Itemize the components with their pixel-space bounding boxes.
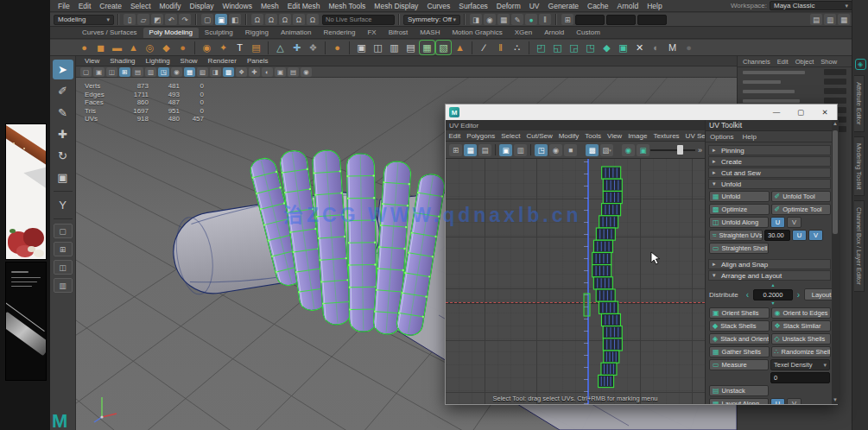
uv-menu-textures[interactable]: Textures <box>650 132 682 140</box>
multi-cut-icon[interactable]: ‖ <box>493 41 508 54</box>
scroll-down-icon[interactable]: ▼ <box>832 396 839 404</box>
channel-box-row[interactable] <box>738 86 852 96</box>
select-component-icon[interactable]: ◧ <box>229 14 241 25</box>
mirror-icon[interactable]: ✕ <box>632 41 647 54</box>
shelf-tab-xgen[interactable]: XGen <box>509 28 538 38</box>
paint-select-tool[interactable]: ✎ <box>53 103 73 123</box>
texel-density-value-field[interactable]: 0 <box>770 372 830 383</box>
shelf-tab-mash[interactable]: MASH <box>414 28 446 38</box>
vp-plane-icon[interactable]: ▣ <box>275 67 286 77</box>
render-frame-icon[interactable]: ◨ <box>470 14 482 25</box>
snap-together-tool[interactable]: Y <box>53 195 73 215</box>
extrude-face-icon[interactable]: ◲ <box>567 41 581 54</box>
poke-face-icon[interactable]: ▣ <box>616 41 630 54</box>
divider[interactable] <box>398 14 400 25</box>
select-tool[interactable]: ➤ <box>53 60 73 79</box>
vp-grid-icon[interactable]: ◫ <box>106 67 117 77</box>
vp-camera-icon[interactable]: ⊞ <box>119 67 130 77</box>
uv-window-titlebar[interactable]: M — ▢ ✕ <box>446 104 837 120</box>
snap-to-surface-icon[interactable]: Ω <box>307 14 319 25</box>
vp-hud-icon[interactable]: ▤ <box>288 67 299 77</box>
quad-draw-icon[interactable]: ∕ <box>477 41 491 54</box>
undo-icon[interactable]: ↶ <box>165 14 177 25</box>
uv-menu-image[interactable]: Image <box>625 132 650 140</box>
divider[interactable] <box>464 14 466 25</box>
live-surface-field[interactable]: No Live Surface <box>322 15 395 25</box>
menu-create[interactable]: Create <box>95 0 126 12</box>
toolkit-button-layout-along[interactable]: ▦Layout Along <box>709 398 769 404</box>
menu-set-dropdown[interactable]: Modeling ▾ <box>54 15 114 25</box>
uv-menu-cut-sew[interactable]: Cut/Sew <box>523 132 555 140</box>
shelf-tab-bifrost[interactable]: Bifrost <box>383 28 415 38</box>
menu-display[interactable]: Display <box>186 0 219 12</box>
vp-isolate-icon[interactable]: ◨ <box>210 67 221 77</box>
menu-mesh-tools[interactable]: Mesh Tools <box>325 0 371 12</box>
snap-to-plane-icon[interactable]: Ω <box>293 14 305 25</box>
spin-up-icon[interactable]: ▴ <box>771 283 774 288</box>
new-scene-icon[interactable]: ▯ <box>124 14 136 25</box>
vp-exposure-icon[interactable]: ◉ <box>301 67 312 77</box>
open-scene-icon[interactable]: ▱ <box>137 14 149 25</box>
divider[interactable] <box>195 14 197 25</box>
layout-two-pane[interactable]: ◫ <box>54 260 73 275</box>
redo-icon[interactable]: ↷ <box>179 14 191 25</box>
symmetry-dropdown[interactable]: Symmetry: Off ▾ <box>403 15 460 25</box>
vp-shadow-icon[interactable]: ▥ <box>145 67 156 77</box>
modeling-toolkit-icon[interactable]: ◈ <box>855 59 866 70</box>
distance-tool-icon[interactable]: ❖ <box>306 41 320 54</box>
coord-x-input[interactable] <box>575 15 605 25</box>
menu-curves[interactable]: Curves <box>422 0 454 12</box>
toolkit-button-gather-shells[interactable]: ▦Gather Shells <box>709 346 770 357</box>
toolkit-button-straighten-uvs[interactable]: ≈Straighten UVs <box>709 230 763 241</box>
paint-effects-icon[interactable]: ✎ <box>511 14 523 25</box>
chamfer-vertex-icon[interactable]: ◳ <box>583 41 598 54</box>
texture-display-icon[interactable]: ▩ <box>586 144 599 156</box>
panel-menu-shading[interactable]: Shading <box>105 57 140 65</box>
u-toggle-button[interactable]: U <box>792 230 807 241</box>
svg-tool-icon[interactable]: ▤ <box>249 41 263 54</box>
separate-icon[interactable]: ◫ <box>371 41 385 54</box>
vp-aa-icon[interactable]: ❖ <box>236 67 247 77</box>
polygon-torus-icon[interactable]: ◎ <box>143 41 157 54</box>
duplicate-face-icon[interactable]: ◆ <box>599 41 614 54</box>
toolkit-button-unfold-along[interactable]: ◫Unfold Along <box>709 217 769 228</box>
boolean-union-icon[interactable]: ▥ <box>387 41 402 54</box>
shelf-tab-custom[interactable]: Custom <box>570 28 606 38</box>
menu-select[interactable]: Select <box>126 0 155 12</box>
menu-generate[interactable]: Generate <box>544 0 583 12</box>
vp-shaded-icon[interactable]: ▦ <box>184 67 195 77</box>
construction-plane-icon[interactable]: △ <box>273 41 288 54</box>
uv-menu-modify[interactable]: Modify <box>555 132 582 140</box>
shelf-tab-rigging[interactable]: Rigging <box>239 28 275 38</box>
lasso-select-tool[interactable]: ✐ <box>53 81 73 101</box>
shelf-tab-arnold[interactable]: Arnold <box>538 28 570 38</box>
texel-density-dropdown[interactable]: Texel Density▾ <box>770 359 830 370</box>
toolkit-button-unstack-shells[interactable]: ◇Unstack Shells <box>771 333 832 345</box>
checker-map-icon[interactable]: ◳ <box>535 144 548 156</box>
panel-menu-renderer[interactable]: Renderer <box>203 57 242 65</box>
boolean-difference-icon[interactable]: ▤ <box>403 41 418 54</box>
toolkit-section-unfold[interactable]: ▾Unfold <box>708 179 831 189</box>
polygon-disc-icon[interactable]: ● <box>175 41 190 54</box>
shelf-tab-poly-modeling[interactable]: Poly Modeling <box>143 28 199 38</box>
divider[interactable] <box>117 14 119 25</box>
exposure-icon[interactable]: ◉ <box>622 144 635 156</box>
menu-help[interactable]: Help <box>643 0 666 12</box>
decrement-icon[interactable]: ‹ <box>744 290 751 300</box>
channel-box-menu-edit[interactable]: Edit <box>774 58 792 66</box>
straighten-angle-field[interactable]: 30.00 <box>764 230 790 241</box>
tab-modeling-toolkit[interactable]: Modeling Toolkit <box>854 136 865 197</box>
select-object-icon[interactable]: ▣ <box>215 14 227 25</box>
toolkit-button-measure[interactable]: ▭Measure <box>709 359 769 370</box>
tab-channel-box[interactable]: Channel Box / Layer Editor <box>854 200 865 292</box>
bridge-icon[interactable]: ◱ <box>550 41 565 54</box>
super-shape-icon[interactable]: ✦ <box>216 41 231 54</box>
snap-to-point-icon[interactable]: Ω <box>279 14 291 25</box>
menu-cache[interactable]: Cache <box>583 0 613 12</box>
toolkit-button-unfold-tool[interactable]: ✐Unfold Tool <box>771 191 832 202</box>
toolkit-menu-help[interactable]: Help <box>738 133 761 141</box>
pause-icon[interactable]: ‖ <box>539 14 551 25</box>
shade-uvs-icon[interactable]: ◉ <box>549 144 562 156</box>
channel-dropdown[interactable]: ▨▾ <box>600 144 613 156</box>
snap-to-curve-icon[interactable]: Ω <box>265 14 277 25</box>
